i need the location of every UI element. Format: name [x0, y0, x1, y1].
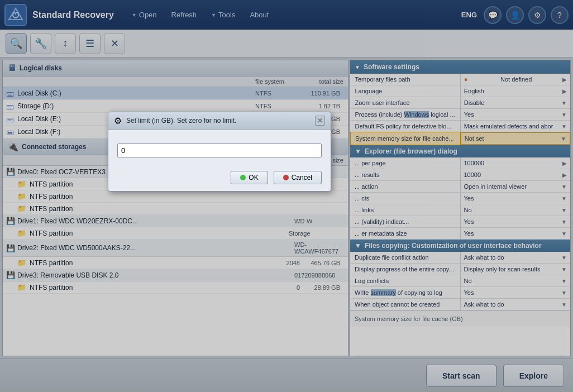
dialog-body	[108, 130, 331, 166]
dialog-ok-label: OK	[249, 174, 258, 181]
dialog-buttons: OK Cancel	[108, 166, 331, 191]
dialog-overlay: ⚙ Set limit (in GB). Set zero for no lim…	[0, 0, 573, 392]
dialog-close-button[interactable]: ✕	[315, 116, 325, 126]
dialog-ok-button[interactable]: OK	[231, 171, 268, 184]
cancel-dot-icon	[283, 175, 289, 180]
limit-dialog: ⚙ Set limit (in GB). Set zero for no lim…	[108, 112, 331, 192]
dialog-title-text: Set limit (in GB). Set zero for no limit…	[126, 117, 311, 125]
dialog-title-bar: ⚙ Set limit (in GB). Set zero for no lim…	[108, 112, 331, 130]
dialog-cancel-button[interactable]: Cancel	[274, 171, 322, 184]
dialog-cancel-label: Cancel	[292, 174, 312, 181]
dialog-title-icon: ⚙	[114, 116, 122, 126]
ok-dot-icon	[240, 175, 246, 180]
limit-input[interactable]	[117, 144, 322, 157]
